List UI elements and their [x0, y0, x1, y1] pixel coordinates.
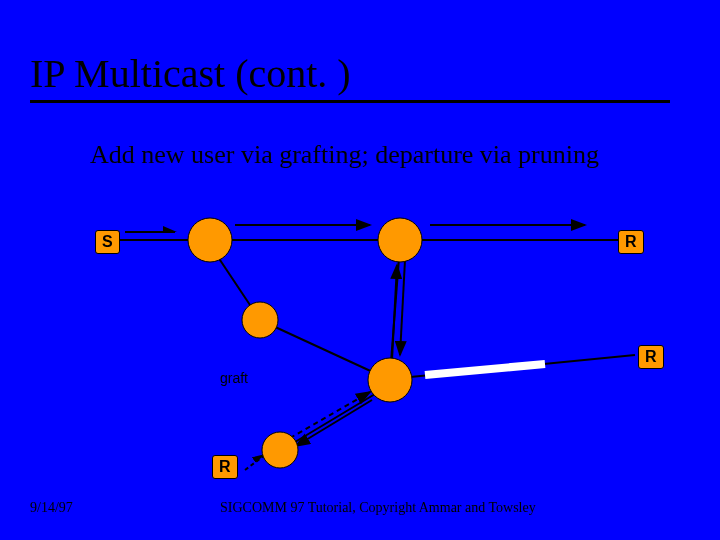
svg-line-13 — [296, 400, 372, 446]
svg-point-16 — [378, 218, 422, 262]
node-receiver-1: R — [618, 230, 644, 254]
svg-point-15 — [188, 218, 232, 262]
svg-line-5 — [425, 364, 545, 375]
svg-point-19 — [262, 432, 298, 468]
node-source: S — [95, 230, 120, 254]
svg-line-11 — [392, 265, 397, 360]
svg-line-12 — [290, 392, 370, 438]
footer-credit: SIGCOMM 97 Tutorial, Copyright Ammar and… — [220, 500, 536, 516]
node-receiver-2: R — [638, 345, 664, 369]
node-receiver-3: R — [212, 455, 238, 479]
graft-label: graft — [220, 370, 248, 386]
svg-line-10 — [400, 260, 405, 355]
svg-point-17 — [242, 302, 278, 338]
network-diagram — [0, 0, 720, 540]
svg-line-14 — [245, 455, 265, 470]
svg-point-18 — [368, 358, 412, 402]
footer-date: 9/14/97 — [30, 500, 73, 516]
